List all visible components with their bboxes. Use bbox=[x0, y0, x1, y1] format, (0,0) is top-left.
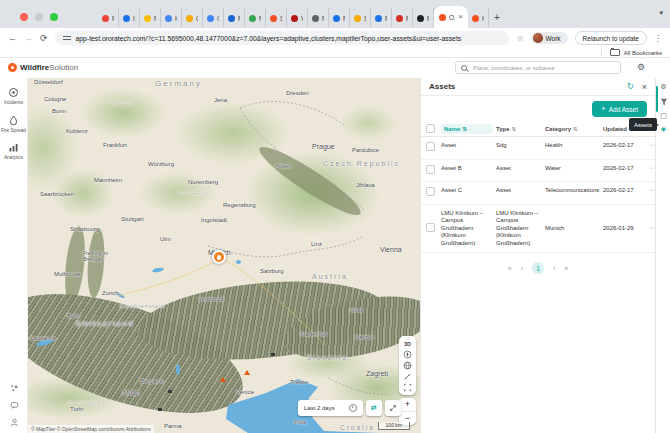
active-tab[interactable]: O...× bbox=[434, 6, 468, 28]
asset-category: Health bbox=[545, 142, 603, 150]
sidebar-item-incidents[interactable]: Incidents bbox=[0, 87, 27, 106]
sort-icon[interactable]: ⇅ bbox=[573, 126, 578, 132]
relaunch-to-update-button[interactable]: Relaunch to update bbox=[575, 31, 647, 45]
table-row[interactable]: Asset Sdg Health 2026-02-17 ⋯ bbox=[421, 137, 655, 160]
browser-tab[interactable]: Intern bbox=[119, 8, 140, 28]
page-prev-button[interactable]: ‹ bbox=[521, 265, 523, 272]
sidebar-item-fire-spread[interactable]: Fire Spread bbox=[0, 115, 27, 134]
zoom-window-button[interactable] bbox=[50, 13, 58, 21]
browser-tab[interactable]: Runni bbox=[224, 8, 245, 28]
column-header-category[interactable]: Category⇅ bbox=[545, 126, 603, 132]
map-poi bbox=[168, 390, 172, 393]
page-1-button[interactable]: 1 bbox=[532, 262, 544, 274]
sync-icon[interactable]: ↻ bbox=[627, 82, 634, 91]
tab-search-chevron-icon[interactable]: ▾ bbox=[659, 9, 663, 17]
map-label: Frankfurt bbox=[103, 142, 127, 148]
row-checkbox[interactable] bbox=[426, 223, 435, 232]
row-menu-icon[interactable]: ⋯ bbox=[645, 142, 655, 150]
page-next-button[interactable]: › bbox=[553, 265, 555, 272]
globe-button[interactable] bbox=[401, 360, 414, 371]
compass-button[interactable] bbox=[401, 349, 414, 360]
bookmark-star-icon[interactable]: ☆ bbox=[516, 34, 523, 43]
new-tab-button[interactable]: + bbox=[489, 8, 505, 28]
profile-label: Work bbox=[546, 35, 561, 42]
row-checkbox[interactable] bbox=[426, 187, 435, 196]
reload-icon[interactable]: ⟳ bbox=[40, 34, 48, 43]
account-icon[interactable] bbox=[10, 418, 19, 427]
select-all-checkbox[interactable] bbox=[426, 124, 435, 133]
zoom-in-button[interactable]: + bbox=[399, 398, 416, 411]
browser-tab[interactable]: Help C bbox=[161, 8, 182, 28]
profile-chip[interactable]: Work bbox=[531, 32, 568, 44]
row-menu-icon[interactable]: ⋯ bbox=[645, 165, 655, 173]
measure-button[interactable] bbox=[401, 371, 414, 382]
strip-filter-icon[interactable] bbox=[656, 98, 670, 106]
fire-marker[interactable] bbox=[220, 377, 226, 382]
page-first-button[interactable]: « bbox=[508, 265, 512, 272]
row-menu-icon[interactable]: ⋯ bbox=[645, 225, 655, 233]
timeline-range-selector[interactable]: Last 2 days bbox=[298, 400, 363, 416]
strip-settings-icon[interactable]: ⚙ bbox=[656, 83, 670, 91]
sidebar-item-analytics[interactable]: Analytics bbox=[0, 142, 27, 161]
row-checkbox[interactable] bbox=[426, 142, 435, 151]
browser-tab[interactable]: FS Ot bbox=[329, 8, 350, 28]
timeline-expand-button[interactable] bbox=[385, 400, 401, 416]
settings-gear-icon[interactable]: ⚙ bbox=[637, 62, 645, 72]
sidebar-item-label: Fire Spread bbox=[1, 128, 26, 134]
fullscreen-button[interactable] bbox=[401, 382, 414, 393]
browser-tab[interactable]: Recen bbox=[140, 8, 161, 28]
browser-tab[interactable]: Short bbox=[350, 8, 371, 28]
fire-cluster-marker[interactable] bbox=[212, 250, 226, 264]
timeline-play-button[interactable]: ⇄ bbox=[366, 400, 382, 416]
asset-type: Sdg bbox=[496, 142, 545, 150]
3d-toggle-button[interactable]: 3D bbox=[401, 338, 414, 349]
forward-icon[interactable]: → bbox=[24, 34, 33, 43]
map[interactable]: Germany Czech Republic Austria Switzerla… bbox=[28, 78, 420, 433]
column-header-type[interactable]: Type⇅ bbox=[496, 126, 545, 132]
map-label: Austria bbox=[312, 273, 348, 280]
minimize-window-button[interactable] bbox=[35, 13, 43, 21]
sort-icon[interactable]: ⇅ bbox=[512, 126, 517, 132]
map-label: Dresden bbox=[286, 90, 309, 96]
browser-tab[interactable]: Sign i bbox=[266, 8, 287, 28]
place-search[interactable] bbox=[455, 61, 621, 74]
row-menu-icon[interactable]: ⋯ bbox=[645, 187, 655, 195]
browser-tab[interactable]: Orora bbox=[203, 8, 224, 28]
browser-tab[interactable]: Rewri bbox=[308, 8, 329, 28]
site-settings-icon[interactable] bbox=[63, 35, 71, 41]
sort-icon[interactable]: ⇅ bbox=[462, 126, 467, 132]
column-header-name[interactable]: Name⇅ bbox=[441, 124, 493, 134]
browser-tab[interactable]: Featu bbox=[392, 8, 413, 28]
clock-icon bbox=[349, 404, 357, 412]
support-chat-icon[interactable] bbox=[10, 401, 19, 410]
row-checkbox[interactable] bbox=[426, 165, 435, 174]
table-row[interactable]: Asset C Asset Telecommunications 2026-02… bbox=[421, 182, 655, 205]
close-panel-icon[interactable]: × bbox=[642, 82, 647, 92]
integrations-icon[interactable] bbox=[10, 384, 19, 393]
browser-menu-icon[interactable]: ⋮ bbox=[654, 34, 662, 43]
table-row[interactable]: Asset B Asset Water 2026-02-17 ⋯ bbox=[421, 160, 655, 183]
search-input[interactable] bbox=[471, 64, 615, 72]
add-asset-button[interactable]: + Add Asset bbox=[592, 101, 647, 117]
page-last-button[interactable]: » bbox=[564, 265, 568, 272]
fire-marker[interactable] bbox=[244, 370, 250, 375]
browser-tab[interactable]: Re: W bbox=[98, 8, 119, 28]
browser-tab[interactable]: OT-FI bbox=[182, 8, 203, 28]
all-bookmarks-button[interactable]: All Bookmarks bbox=[624, 50, 662, 56]
browser-tab[interactable]: Feed bbox=[371, 8, 392, 28]
table-row[interactable]: LMU Klinikum – Campus Großhadern (Klinik… bbox=[421, 205, 655, 254]
browser-tab[interactable]: Help C bbox=[468, 8, 489, 28]
close-tab-icon[interactable]: × bbox=[458, 13, 463, 21]
app-logo[interactable]: WildfireSolution bbox=[8, 63, 78, 72]
back-icon[interactable]: ← bbox=[8, 34, 17, 43]
close-window-button[interactable] bbox=[20, 13, 28, 21]
address-bar[interactable]: app-test.ororatech.com/?c=11.5695000,48.… bbox=[55, 31, 510, 45]
tab-strip: Re: W Intern Recen Help C OT-FI Orora Ru… bbox=[0, 0, 670, 28]
asset-name: Asset C bbox=[441, 187, 496, 195]
map-label: Innsbruck bbox=[198, 296, 224, 302]
map-label: Jena bbox=[214, 97, 227, 103]
strip-layers-icon[interactable]: ▢ bbox=[656, 112, 670, 120]
browser-tab[interactable]: Vulne bbox=[287, 8, 308, 28]
browser-tab[interactable]: Perso bbox=[413, 8, 434, 28]
browser-tab[interactable]: Mr bbox=[245, 8, 266, 28]
